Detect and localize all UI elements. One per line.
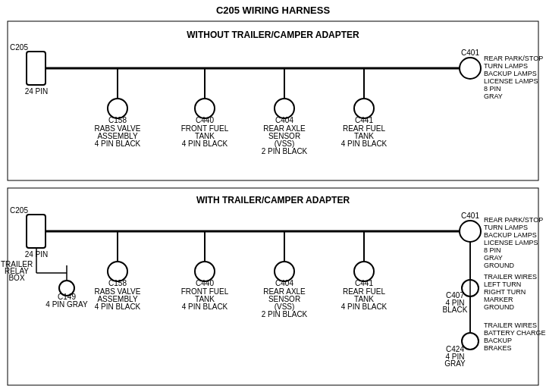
svg-rect-0 (8, 21, 538, 180)
s1-c158-label: C158 (108, 116, 127, 124)
s2-c404-label: C404 (275, 279, 293, 287)
s1-c401-label: C401 (461, 49, 479, 57)
s2-c440-l3: 4 PIN BLACK (182, 303, 228, 311)
s2-c424-l2: BATTERY CHARGE (484, 329, 546, 337)
s1-c441-l3: 4 PIN BLACK (341, 140, 388, 148)
s2-c401-label: C401 (461, 212, 479, 220)
s1-right-label4: LICENSE LAMPS (484, 77, 538, 85)
diagram-title: C205 WIRING HARNESS (216, 5, 331, 16)
diagram-container: C205 WIRING HARNESS WITHOUT TRAILER/CAMP… (0, 0, 546, 392)
s1-c205-label: C205 (10, 43, 28, 52)
s2-c424 (462, 333, 479, 350)
s1-c404-label: C404 (275, 116, 293, 124)
s2-c158-l3: 4 PIN BLACK (95, 303, 141, 311)
s1-right-connector (460, 58, 481, 79)
s1-c404-l4: 2 PIN BLACK (262, 147, 308, 155)
s2-c407-color: BLACK (443, 306, 468, 314)
s2-ground-label1: GROUND (484, 262, 514, 269)
s2-c404-l4: 2 PIN BLACK (262, 310, 308, 318)
s2-c407-l3: RIGHT TURN (484, 288, 526, 296)
section2-label: WITH TRAILER/CAMPER ADAPTER (196, 195, 350, 205)
s2-right-label3: BACKUP LAMPS (484, 231, 537, 239)
s2-right-connector (460, 221, 481, 242)
s2-c407-l5: GROUND (484, 303, 514, 311)
s1-c441-label: C441 (355, 116, 373, 124)
s1-8pin-label: 8 PIN (484, 85, 501, 93)
s2-c407-l1: TRAILER WIRES (484, 273, 537, 281)
s2-c424-l3: BACKUP (484, 337, 512, 344)
s1-left-connector (27, 52, 46, 85)
s2-c158-label: C158 (108, 279, 127, 287)
s2-c407-l4: MARKER (484, 296, 513, 303)
section1-label: WITHOUT TRAILER/CAMPER ADAPTER (187, 30, 359, 40)
s2-c440-label: C440 (196, 279, 214, 287)
s2-gray-label: GRAY (484, 254, 503, 262)
s2-trailer-relay-l3: BOX (8, 274, 24, 282)
s2-c424-color: GRAY (444, 359, 466, 368)
s1-right-label2: TURN LAMPS (484, 62, 528, 70)
s2-left-connector (27, 215, 46, 248)
s2-c424-l4: BRAKES (484, 344, 512, 352)
s2-c205-label: C205 (10, 206, 28, 215)
s1-gray-label: GRAY (484, 93, 503, 100)
s2-right-label1: REAR PARK/STOP (484, 216, 543, 224)
s2-right-label4: LICENSE LAMPS (484, 239, 538, 246)
s2-right-label2: TURN LAMPS (484, 224, 528, 231)
s1-right-label3: BACKUP LAMPS (484, 70, 537, 77)
s2-c441-label: C441 (355, 279, 373, 287)
s2-c407-l2: LEFT TURN (484, 281, 521, 288)
s1-right-label1: REAR PARK/STOP (484, 55, 543, 62)
s1-c440-label: C440 (196, 116, 214, 124)
s1-c158-l3: 4 PIN BLACK (95, 140, 141, 148)
s1-c440-l3: 4 PIN BLACK (182, 140, 228, 148)
s2-c149-pins: 4 PIN GRAY (46, 300, 88, 309)
s2-8pin-label: 8 PIN (484, 246, 501, 254)
s2-c441-l3: 4 PIN BLACK (341, 303, 388, 311)
s2-c424-l1: TRAILER WIRES (484, 321, 537, 329)
s1-24pin-label: 24 PIN (25, 87, 49, 96)
